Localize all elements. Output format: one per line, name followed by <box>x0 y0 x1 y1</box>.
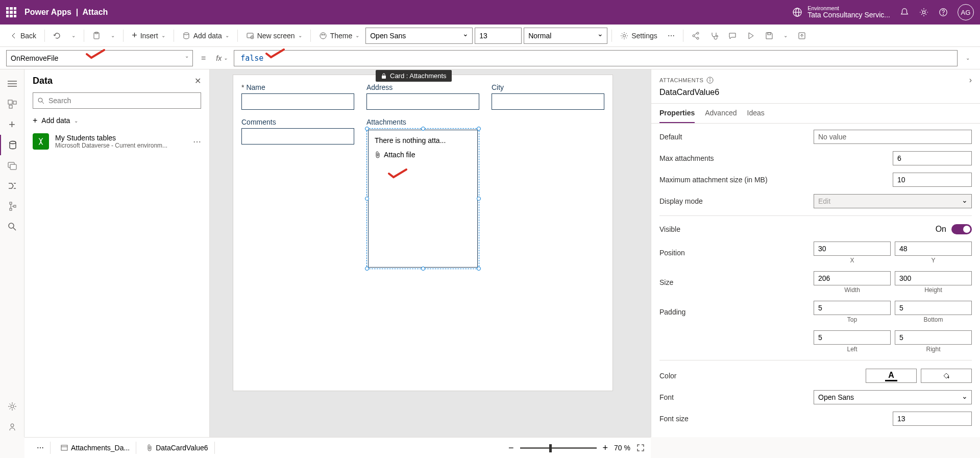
zoom-in-button[interactable]: + <box>603 443 608 453</box>
data-icon <box>182 32 190 40</box>
user-avatar[interactable]: AG <box>958 4 974 20</box>
max-size-input[interactable] <box>893 173 972 187</box>
position-x-input[interactable] <box>814 242 891 256</box>
item-more-button[interactable]: ⋯ <box>193 137 201 147</box>
screen[interactable]: *Name Card : Attachments Address City <box>233 75 613 391</box>
environment-picker[interactable]: Environment Tata Consultancy Servic... <box>792 5 890 19</box>
info-icon[interactable] <box>706 77 714 84</box>
visible-toggle[interactable] <box>951 224 972 234</box>
dataverse-icon <box>33 133 49 150</box>
theme-button[interactable]: Theme⌄ <box>315 30 364 42</box>
zoom-slider[interactable] <box>520 447 597 449</box>
data-search-input[interactable] <box>33 92 201 109</box>
insert-button[interactable]: +Insert⌄ <box>128 28 169 43</box>
fit-screen-button[interactable] <box>636 444 645 452</box>
fill-color-picker[interactable] <box>921 369 972 383</box>
tab-ideas[interactable]: Ideas <box>747 104 765 123</box>
address-card[interactable]: Card : Attachments Address <box>366 83 479 110</box>
breadcrumb-more[interactable]: ⋯ <box>31 442 51 454</box>
rail-insert-button[interactable] <box>0 94 24 114</box>
max-attachments-input[interactable] <box>893 151 972 165</box>
paste-chevron[interactable]: ⌄ <box>107 31 119 40</box>
save-chevron[interactable]: ⌄ <box>779 31 792 40</box>
fx-button[interactable]: fx⌄ <box>214 54 230 62</box>
close-panel-button[interactable]: ✕ <box>194 76 201 86</box>
canvas[interactable]: *Name Card : Attachments Address City <box>210 69 651 437</box>
city-card[interactable]: City <box>492 83 604 110</box>
help-icon[interactable] <box>938 7 948 17</box>
share-button[interactable] <box>688 30 704 42</box>
svg-point-37 <box>38 98 42 102</box>
add-data-button[interactable]: + Add data ⌄ <box>24 113 209 128</box>
paperclip-icon <box>146 444 153 451</box>
name-input[interactable] <box>241 93 354 110</box>
status-bar: ⋯ Attachments_Da... DataCardValue6 − + 7… <box>24 437 651 458</box>
app-launcher-icon[interactable] <box>6 7 16 17</box>
expand-formula-button[interactable]: ⌄ <box>962 53 974 63</box>
checker-button[interactable] <box>706 30 722 42</box>
settings-icon[interactable] <box>919 7 929 17</box>
rail-add-button[interactable]: + <box>0 114 24 135</box>
publish-button[interactable] <box>794 30 810 42</box>
default-input[interactable] <box>814 130 972 144</box>
rail-data-button[interactable] <box>0 135 24 155</box>
selected-control[interactable]: There is nothing atta... Attach file <box>366 128 479 269</box>
save-button[interactable] <box>761 30 777 42</box>
formula-input[interactable]: false <box>240 54 263 63</box>
notifications-icon[interactable] <box>899 7 910 17</box>
tab-properties[interactable]: Properties <box>659 104 695 123</box>
undo-chevron[interactable]: ⌄ <box>67 31 80 40</box>
padding-bottom-input[interactable] <box>895 301 972 315</box>
text-color-picker[interactable]: A <box>866 369 917 383</box>
font-size-input[interactable] <box>475 28 522 44</box>
rail-search-button[interactable] <box>0 216 24 237</box>
rail-variables-button[interactable] <box>0 196 24 216</box>
svg-point-11 <box>320 33 326 39</box>
display-mode-select[interactable] <box>814 194 972 208</box>
add-data-button[interactable]: Add data⌄ <box>178 30 233 42</box>
attach-file-button[interactable]: Attach file <box>373 147 473 163</box>
padding-right-input[interactable] <box>895 330 972 345</box>
address-input[interactable] <box>366 93 479 110</box>
tab-advanced[interactable]: Advanced <box>705 104 737 123</box>
rail-media-button[interactable] <box>0 155 24 176</box>
name-card[interactable]: *Name <box>241 83 354 110</box>
paste-button[interactable] <box>88 30 105 42</box>
breadcrumb-card[interactable]: Attachments_Da... <box>55 442 136 454</box>
font-picker[interactable] <box>365 28 473 44</box>
svg-point-15 <box>697 32 699 34</box>
font-select[interactable] <box>814 390 972 404</box>
preview-button[interactable] <box>743 30 759 42</box>
svg-point-33 <box>9 223 14 228</box>
rail-flows-button[interactable] <box>0 176 24 196</box>
zoom-out-button[interactable]: − <box>508 443 514 453</box>
expand-panel-button[interactable]: › <box>969 76 972 85</box>
city-input[interactable] <box>492 93 604 110</box>
font-size-input[interactable] <box>893 412 972 426</box>
rail-virtual-agent-button[interactable] <box>0 417 24 437</box>
back-button[interactable]: Back <box>6 30 40 42</box>
attachments-card[interactable]: Attachments There is nothing atta... <box>366 118 479 269</box>
settings-button[interactable]: Settings <box>616 30 662 42</box>
new-screen-button[interactable]: New screen⌄ <box>242 30 306 42</box>
font-weight-picker[interactable] <box>524 28 607 44</box>
rail-settings-button[interactable] <box>0 396 24 417</box>
comments-card[interactable]: Comments <box>241 118 354 269</box>
more-button[interactable]: ⋯ <box>664 30 679 42</box>
comments-input[interactable] <box>241 128 354 144</box>
data-source-item[interactable]: My Students tables Microsoft Dataverse -… <box>24 128 209 155</box>
width-input[interactable] <box>814 271 891 285</box>
height-input[interactable] <box>895 271 972 285</box>
svg-point-3 <box>922 11 925 13</box>
padding-top-input[interactable] <box>814 301 891 315</box>
undo-button[interactable] <box>49 30 65 42</box>
app-header: Power Apps | Attach Environment Tata Con… <box>0 0 980 25</box>
position-y-input[interactable] <box>895 242 972 256</box>
bucket-icon <box>942 372 950 380</box>
rail-tree-button[interactable] <box>0 74 24 94</box>
comments-button[interactable] <box>724 30 741 42</box>
plus-icon: + <box>33 116 37 125</box>
share-icon <box>692 32 700 40</box>
breadcrumb-control[interactable]: DataCardValue6 <box>140 442 214 454</box>
padding-left-input[interactable] <box>814 330 891 345</box>
